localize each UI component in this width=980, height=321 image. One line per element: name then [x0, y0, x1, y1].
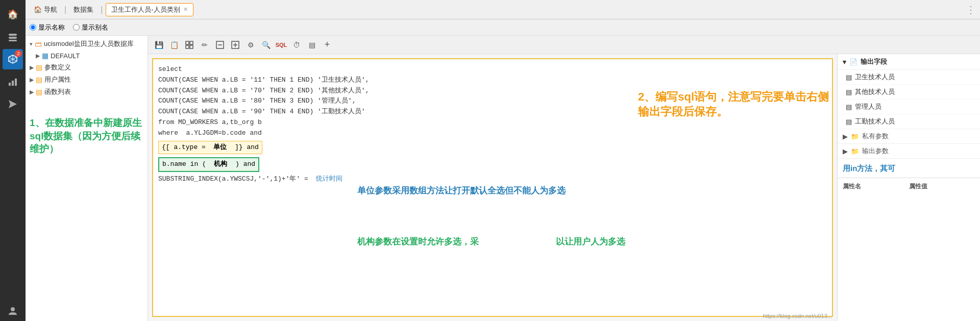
sidebar: 🏠 2 — [0, 0, 26, 321]
nav-btn[interactable]: 🏠 导航 — [30, 3, 61, 16]
dataset-label: 数据集 — [74, 5, 93, 14]
edit-btn[interactable]: ✏ — [198, 38, 211, 52]
content-area: ▾ 🗃 ucismodel盐田卫生人员数据库 ▶ ▦ DEFAULT ▶ ▤ 参… — [26, 36, 980, 321]
folder-output-icon: 📁 — [851, 147, 859, 155]
right-field-2[interactable]: ▤ 其他技术人员 — [838, 85, 980, 100]
options-bar: 显示名称 显示别名 — [26, 19, 980, 36]
add-btn[interactable]: + — [321, 38, 334, 52]
attr-name-col: 属性名 — [843, 182, 909, 191]
code-line-3: COUNT(CASE WHEN a.LB = '80' THEN 3 END) … — [158, 96, 827, 107]
code-line-6: where a.YLJGDM=b.code and — [158, 128, 827, 139]
tree-default[interactable]: ▶ ▦ DEFAULT — [26, 50, 148, 61]
svg-rect-12 — [186, 41, 189, 44]
output-params-label: 输出参数 — [862, 146, 889, 156]
chevron-right-icon: ▶ — [36, 53, 40, 59]
code-line-7: SUBSTRING_INDEX(a.YWSCSJ,'-',1)+'年' = 统计… — [158, 174, 827, 185]
tree-default-label: DEFAULT — [51, 52, 80, 60]
folder-private-icon: 📁 — [851, 133, 859, 140]
tree-db-root[interactable]: ▾ 🗃 ucismodel盐田卫生人员数据库 — [26, 38, 148, 50]
chevron-right-icon2: ▶ — [30, 64, 34, 71]
user-icon[interactable] — [3, 301, 23, 321]
output-fields-icon: 📄 — [849, 58, 857, 66]
svg-rect-2 — [9, 40, 17, 41]
time-btn[interactable]: ⏱ — [290, 38, 303, 52]
field3-label: 管理人员 — [855, 102, 881, 111]
more-dots[interactable]: ⋮ — [966, 4, 976, 16]
expand-private-icon: ▶ — [843, 133, 848, 140]
home-icon[interactable]: 🏠 — [3, 4, 23, 24]
badge-count: 2 — [15, 50, 22, 57]
right-panel-footer: 属性名 属性值 — [838, 178, 980, 195]
database-icon[interactable] — [3, 27, 23, 47]
code-line-5: from MD_WORKERS a,tb_org b — [158, 117, 827, 128]
cube-icon[interactable]: 2 — [3, 49, 23, 69]
table-icon: ▦ — [42, 52, 48, 60]
chevron-down-icon: ▾ — [30, 41, 33, 47]
svg-rect-0 — [9, 34, 17, 36]
settings-btn[interactable]: ⚙ — [244, 38, 257, 52]
attr-value-col: 属性值 — [909, 182, 975, 191]
chevron-right-icon4: ▶ — [30, 89, 34, 95]
output-params-section[interactable]: ▶ 📁 输出参数 — [838, 144, 980, 159]
code-line-1: COUNT(CASE WHEN a.LB = '11' THEN 1 END) … — [158, 75, 827, 86]
editor-area: 💾 📋 ✏ ⚙ 🔍 SQL ⏱ ▤ + — [148, 36, 980, 321]
right-field-4[interactable]: ▤ 工勤技术人员 — [838, 114, 980, 129]
field1-label: 卫生技术人员 — [855, 72, 895, 82]
nav-label: 导航 — [44, 5, 57, 14]
svg-rect-9 — [15, 79, 17, 86]
radio-show-name[interactable]: 显示名称 — [30, 23, 65, 32]
svg-rect-1 — [9, 37, 17, 39]
field4-icon: ▤ — [846, 118, 852, 126]
save-btn[interactable]: 💾 — [152, 38, 165, 52]
expand-icon: ▾ — [843, 58, 846, 66]
tab-close-btn[interactable]: ✕ — [183, 6, 188, 13]
editor-right: select COUNT(CASE WHEN a.LB = '11' THEN … — [148, 54, 980, 321]
tree-func-list[interactable]: ▶ ▤ 函数列表 — [26, 86, 148, 98]
active-tab-label: 卫生工作人员-人员类别 — [111, 5, 180, 14]
separator2: | — [100, 5, 104, 14]
code-line-select: select — [158, 64, 827, 75]
radio-show-alias-label: 显示别名 — [82, 23, 108, 32]
home-small-icon: 🏠 — [34, 6, 42, 13]
expand-output-icon: ▶ — [843, 147, 848, 155]
chevron-right-icon3: ▶ — [30, 77, 34, 83]
chart-icon[interactable] — [3, 71, 23, 92]
right-field-1[interactable]: ▤ 卫生技术人员 — [838, 70, 980, 85]
field2-label: 其他技术人员 — [855, 87, 895, 96]
userattr-icon: ▤ — [36, 76, 42, 84]
minus-btn[interactable] — [213, 38, 227, 52]
active-tab[interactable]: 卫生工作人员-人员类别 ✕ — [106, 3, 193, 16]
right-field-3[interactable]: ▤ 管理人员 — [838, 100, 980, 114]
tree-userattr-label: 用户属性 — [44, 75, 71, 84]
radio-show-name-label: 显示名称 — [38, 23, 65, 32]
svg-rect-7 — [9, 83, 11, 86]
send-icon[interactable] — [3, 94, 23, 114]
annotation-left-green: 1、在数据准备中新建原生sql数据集（因为方便后续维护） — [26, 110, 148, 162]
field1-icon: ▤ — [846, 73, 852, 81]
radio-show-name-input[interactable] — [30, 24, 36, 31]
watermark: https://blog.csdn.net/u013... — [763, 313, 832, 319]
radio-show-alias[interactable]: 显示别名 — [73, 23, 108, 32]
list-btn[interactable]: ▤ — [305, 38, 318, 52]
dataset-btn[interactable]: 数据集 — [69, 3, 97, 16]
code-line-yellow: {[ a.type = 单位 ]} and — [158, 140, 827, 156]
svg-marker-10 — [9, 100, 17, 108]
private-params-section[interactable]: ▶ 📁 私有参数 — [838, 129, 980, 144]
radio-show-alias-input[interactable] — [73, 24, 80, 31]
code-editor[interactable]: select COUNT(CASE WHEN a.LB = '11' THEN … — [152, 58, 833, 317]
add-grid-btn[interactable] — [229, 38, 242, 52]
code-line-2: COUNT(CASE WHEN a.LB = '70' THEN 2 END) … — [158, 86, 827, 96]
footer-header-row: 属性名 属性值 — [843, 181, 975, 192]
sql-btn[interactable]: SQL — [275, 38, 288, 52]
field3-icon: ▤ — [846, 103, 852, 111]
field2-icon: ▤ — [846, 88, 852, 96]
highlight-yellow: {[ a.type = 单位 ]} and — [158, 141, 262, 155]
right-panel: ▾ 📄 输出字段 ▤ 卫生技术人员 ▤ 其他技术人员 ▤ 管理人员 — [837, 54, 980, 321]
grid-btn[interactable] — [183, 38, 196, 52]
tree-user-attr[interactable]: ▶ ▤ 用户属性 — [26, 73, 148, 86]
main-area: 🏠 导航 | 数据集 | 卫生工作人员-人员类别 ✕ ⋮ 显示名称 显示别名 — [26, 0, 980, 321]
copy-btn[interactable]: 📋 — [167, 38, 181, 52]
tree-params[interactable]: ▶ ▤ 参数定义 — [26, 61, 148, 73]
field4-label: 工勤技术人员 — [855, 117, 895, 126]
search-btn[interactable]: 🔍 — [259, 38, 273, 52]
